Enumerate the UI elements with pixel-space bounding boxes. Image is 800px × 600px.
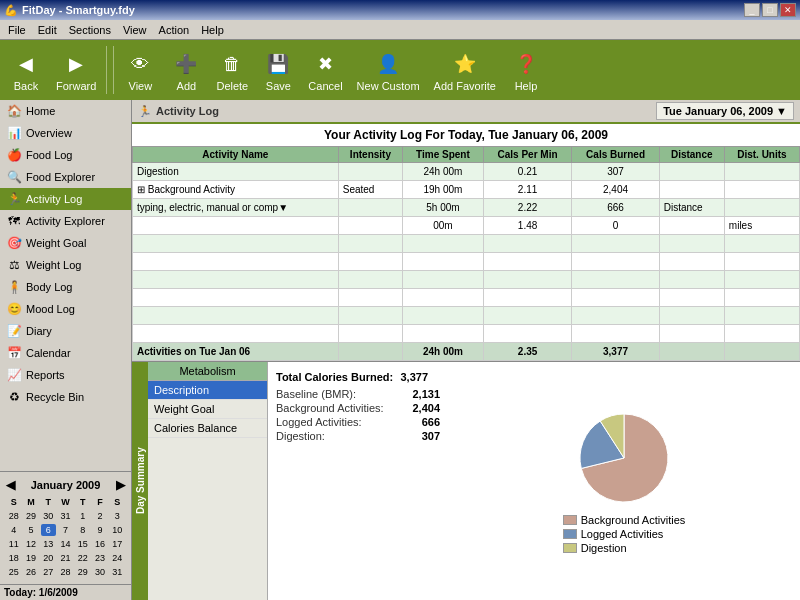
cal-day[interactable]: 12 bbox=[23, 538, 38, 550]
sidebar-item-food-explorer[interactable]: 🔍Food Explorer bbox=[0, 166, 131, 188]
table-row[interactable] bbox=[133, 271, 800, 289]
cal-day[interactable]: 31 bbox=[110, 566, 125, 578]
table-row[interactable]: Digestion24h 00m0.21307 bbox=[133, 163, 800, 181]
sidebar-item-activity-explorer[interactable]: 🗺Activity Explorer bbox=[0, 210, 131, 232]
cal-day[interactable]: 28 bbox=[6, 510, 21, 522]
cal-day[interactable]: 16 bbox=[92, 538, 107, 550]
toolbar-btn-back[interactable]: ◀Back bbox=[4, 46, 48, 94]
close-button[interactable]: ✕ bbox=[780, 3, 796, 17]
cal-prev-button[interactable]: ◀ bbox=[6, 478, 15, 492]
table-row[interactable] bbox=[133, 307, 800, 325]
toolbar-btn-new-custom[interactable]: 👤New Custom bbox=[351, 46, 426, 94]
sidebar-item-body-log[interactable]: 🧍Body Log bbox=[0, 276, 131, 298]
menu-item-action[interactable]: Action bbox=[153, 22, 196, 38]
maximize-button[interactable]: □ bbox=[762, 3, 778, 17]
stats-row: Logged Activities:666 bbox=[276, 416, 440, 428]
toolbar-separator bbox=[106, 46, 107, 94]
cal-day[interactable]: 21 bbox=[58, 552, 73, 564]
sidebar-item-food-log[interactable]: 🍎Food Log bbox=[0, 144, 131, 166]
cal-day[interactable]: 18 bbox=[6, 552, 21, 564]
stats-row: Background Activities:2,404 bbox=[276, 402, 440, 414]
cal-day-header: M bbox=[23, 496, 38, 508]
stats-row: Digestion:307 bbox=[276, 430, 440, 442]
sidebar-item-calendar[interactable]: 📅Calendar bbox=[0, 342, 131, 364]
sidebar-item-diary[interactable]: 📝Diary bbox=[0, 320, 131, 342]
cal-day[interactable]: 17 bbox=[110, 538, 125, 550]
cal-day[interactable]: 28 bbox=[58, 566, 73, 578]
cal-day[interactable]: 9 bbox=[92, 524, 107, 536]
cal-day[interactable]: 19 bbox=[23, 552, 38, 564]
cal-day[interactable]: 24 bbox=[110, 552, 125, 564]
toolbar-btn-forward[interactable]: ▶Forward bbox=[50, 46, 102, 94]
menu-item-file[interactable]: File bbox=[2, 22, 32, 38]
cal-day[interactable]: 27 bbox=[41, 566, 56, 578]
metabolism-btn-description[interactable]: Description bbox=[148, 381, 267, 400]
cal-day-header: S bbox=[110, 496, 125, 508]
metabolism-btn-calories-balance[interactable]: Calories Balance bbox=[148, 419, 267, 438]
sidebar-item-weight-goal[interactable]: 🎯Weight Goal bbox=[0, 232, 131, 254]
sidebar-item-activity-log[interactable]: 🏃Activity Log bbox=[0, 188, 131, 210]
sidebar-item-overview[interactable]: 📊Overview bbox=[0, 122, 131, 144]
toolbar-btn-view[interactable]: 👁View bbox=[118, 46, 162, 94]
cal-next-button[interactable]: ▶ bbox=[116, 478, 125, 492]
sidebar-item-weight-log[interactable]: ⚖Weight Log bbox=[0, 254, 131, 276]
sidebar-item-home[interactable]: 🏠Home bbox=[0, 100, 131, 122]
toolbar-btn-delete[interactable]: 🗑Delete bbox=[210, 46, 254, 94]
cal-day[interactable]: 15 bbox=[75, 538, 90, 550]
table-row[interactable]: ⊞ Background ActivitySeated19h 00m2.112,… bbox=[133, 181, 800, 199]
cal-day[interactable]: 6 bbox=[41, 524, 56, 536]
cal-day[interactable]: 20 bbox=[41, 552, 56, 564]
metabolism-btn-weight-goal[interactable]: Weight Goal bbox=[148, 400, 267, 419]
toolbar-btn-help[interactable]: ❓Help bbox=[504, 46, 548, 94]
menu-item-edit[interactable]: Edit bbox=[32, 22, 63, 38]
cal-day[interactable]: 10 bbox=[110, 524, 125, 536]
table-row[interactable] bbox=[133, 235, 800, 253]
sidebar-item-reports[interactable]: 📈Reports bbox=[0, 364, 131, 386]
table-cell bbox=[659, 181, 724, 199]
stats-title: Total Calories Burned: 3,377 bbox=[276, 370, 440, 384]
cal-day[interactable]: 14 bbox=[58, 538, 73, 550]
minimize-button[interactable]: _ bbox=[744, 3, 760, 17]
menu-item-help[interactable]: Help bbox=[195, 22, 230, 38]
table-cell: 0 bbox=[572, 217, 659, 235]
table-row[interactable] bbox=[133, 325, 800, 343]
menu-item-view[interactable]: View bbox=[117, 22, 153, 38]
cal-day[interactable]: 22 bbox=[75, 552, 90, 564]
cal-day[interactable]: 7 bbox=[58, 524, 73, 536]
sidebar-item-recycle-bin[interactable]: ♻Recycle Bin bbox=[0, 386, 131, 408]
table-row[interactable] bbox=[133, 289, 800, 307]
date-display[interactable]: Tue January 06, 2009 ▼ bbox=[656, 102, 794, 120]
table-cell bbox=[403, 289, 484, 307]
table-cell bbox=[483, 253, 572, 271]
table-row[interactable] bbox=[133, 253, 800, 271]
toolbar-btn-save[interactable]: 💾Save bbox=[256, 46, 300, 94]
cal-day[interactable]: 1 bbox=[75, 510, 90, 522]
table-row[interactable]: 00m1.480miles bbox=[133, 217, 800, 235]
menu-item-sections[interactable]: Sections bbox=[63, 22, 117, 38]
sidebar-item-mood-log[interactable]: 😊Mood Log bbox=[0, 298, 131, 320]
toolbar-btn-add-favorite[interactable]: ⭐Add Favorite bbox=[428, 46, 502, 94]
cal-day[interactable]: 23 bbox=[92, 552, 107, 564]
metabolism-buttons: DescriptionWeight GoalCalories Balance bbox=[148, 381, 267, 438]
cal-day[interactable]: 11 bbox=[6, 538, 21, 550]
cal-day[interactable]: 31 bbox=[58, 510, 73, 522]
table-cell bbox=[483, 325, 572, 343]
table-row[interactable]: typing, electric, manual or comp▼5h 00m2… bbox=[133, 199, 800, 217]
cal-day[interactable]: 29 bbox=[23, 510, 38, 522]
toolbar-btn-cancel[interactable]: ✖Cancel bbox=[302, 46, 348, 94]
cal-day[interactable]: 8 bbox=[75, 524, 90, 536]
cal-day[interactable]: 26 bbox=[23, 566, 38, 578]
toolbar-btn-add[interactable]: ➕Add bbox=[164, 46, 208, 94]
cal-day[interactable]: 30 bbox=[41, 510, 56, 522]
cal-day[interactable]: 3 bbox=[110, 510, 125, 522]
cal-day[interactable]: 30 bbox=[92, 566, 107, 578]
cal-day[interactable]: 25 bbox=[6, 566, 21, 578]
summary-cell bbox=[724, 343, 799, 361]
cal-day[interactable]: 13 bbox=[41, 538, 56, 550]
stats-rows: Baseline (BMR):2,131Background Activitie… bbox=[276, 388, 440, 442]
cal-day[interactable]: 5 bbox=[23, 524, 38, 536]
cal-day[interactable]: 2 bbox=[92, 510, 107, 522]
cal-day[interactable]: 4 bbox=[6, 524, 21, 536]
cal-day[interactable]: 29 bbox=[75, 566, 90, 578]
legend-item: Logged Activities bbox=[563, 528, 686, 540]
